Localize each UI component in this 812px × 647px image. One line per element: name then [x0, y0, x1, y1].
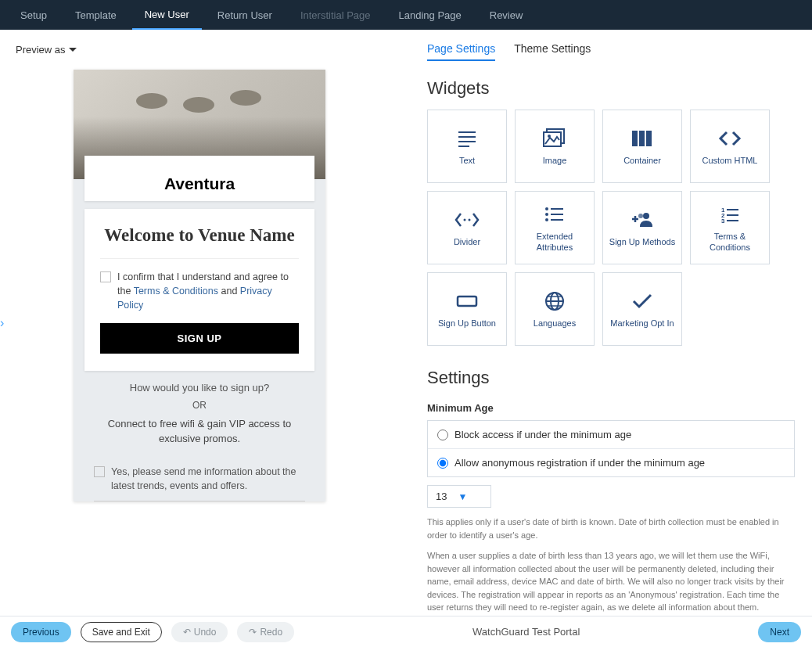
- optin-text: Yes, please send me information about th…: [111, 465, 305, 493]
- consent-checkbox-row[interactable]: I confirm that I understand and agree to…: [100, 270, 299, 312]
- nav-new-user[interactable]: New User: [132, 0, 202, 30]
- check-icon: [631, 289, 653, 314]
- nav-review[interactable]: Review: [477, 0, 536, 30]
- footer-bar: Previous Save and Exit ↶Undo ↷Redo Watch…: [0, 616, 812, 647]
- preview-as-dropdown[interactable]: Preview as: [16, 44, 383, 56]
- previous-button[interactable]: Previous: [11, 622, 71, 642]
- consent-checkbox[interactable]: [100, 271, 111, 282]
- widget-custom-html[interactable]: Custom HTML: [690, 110, 770, 183]
- image-icon: [543, 126, 566, 151]
- container-icon: [631, 126, 653, 151]
- divider-icon: [454, 207, 480, 232]
- radio-block-access-input[interactable]: [437, 430, 448, 440]
- signup-methods-icon: [631, 207, 654, 232]
- svg-point-11: [469, 219, 471, 221]
- nav-return-user[interactable]: Return User: [205, 0, 285, 30]
- svg-rect-8: [639, 131, 645, 146]
- radio-allow-anonymous[interactable]: Allow anonymous registration if under th…: [428, 448, 794, 476]
- undo-button[interactable]: ↶Undo: [171, 622, 228, 642]
- consent-text: I confirm that I understand and agree to…: [117, 270, 299, 312]
- chevron-down-icon: ▼: [458, 491, 467, 502]
- chevron-down-icon: [69, 48, 77, 52]
- svg-rect-28: [458, 297, 476, 306]
- svg-rect-9: [646, 131, 652, 146]
- portal-name: WatchGuard Test Portal: [304, 626, 749, 638]
- svg-point-12: [545, 207, 548, 210]
- svg-point-18: [643, 213, 649, 219]
- preview-as-label: Preview as: [16, 44, 66, 56]
- svg-point-10: [464, 219, 466, 221]
- top-nav: Setup Template New User Return User Inte…: [0, 0, 812, 30]
- list-icon: [544, 202, 565, 227]
- terms-icon: 123: [720, 202, 740, 227]
- divider-line: [94, 501, 305, 501]
- widget-divider[interactable]: Divider: [427, 191, 507, 264]
- phone-preview: Aventura Welcome to Venue Name I confirm…: [74, 70, 325, 501]
- minimum-age-label: Minimum Age: [427, 402, 795, 414]
- svg-text:3: 3: [721, 217, 725, 223]
- helper-text: This applies only if a user's date of bi…: [427, 516, 795, 614]
- widget-image[interactable]: Image: [515, 110, 595, 183]
- radio-block-access[interactable]: Block access if under the minimum age: [428, 421, 794, 448]
- widget-languages[interactable]: Languages: [515, 272, 595, 346]
- code-icon: [717, 126, 742, 151]
- tab-page-settings[interactable]: Page Settings: [427, 42, 495, 61]
- widget-signup-button[interactable]: Sign Up Button: [427, 272, 507, 346]
- nav-landing[interactable]: Landing Page: [386, 0, 474, 30]
- signup-button[interactable]: SIGN UP: [100, 323, 299, 354]
- widgets-grid: Text Image Container Custom HTML: [427, 110, 795, 346]
- terms-link[interactable]: Terms & Conditions: [134, 286, 218, 297]
- minimum-age-select[interactable]: 13 ▼: [427, 485, 491, 508]
- brand-name: Aventura: [84, 174, 314, 193]
- tab-theme-settings[interactable]: Theme Settings: [514, 42, 591, 61]
- welcome-title: Welcome to Venue Name: [100, 223, 299, 259]
- text-icon: [457, 126, 477, 151]
- svg-point-13: [545, 213, 548, 216]
- redo-button[interactable]: ↷Redo: [237, 622, 294, 642]
- globe-icon: [544, 289, 565, 314]
- svg-rect-7: [632, 131, 638, 146]
- welcome-card: Welcome to Venue Name I confirm that I u…: [84, 209, 314, 371]
- settings-heading: Settings: [427, 368, 795, 388]
- settings-tabs: Page Settings Theme Settings: [427, 42, 795, 61]
- widget-terms[interactable]: 123 Terms & Conditions: [690, 191, 770, 264]
- redo-icon: ↷: [249, 627, 257, 638]
- widget-text[interactable]: Text: [427, 110, 507, 183]
- radio-allow-anonymous-input[interactable]: [437, 458, 448, 469]
- panel-expand-handle[interactable]: ›: [0, 316, 4, 330]
- or-separator: OR: [74, 400, 325, 411]
- svg-point-6: [548, 135, 551, 138]
- widget-extended-attributes[interactable]: Extended Attributes: [515, 191, 595, 264]
- minimum-age-radio-group: Block access if under the minimum age Al…: [427, 420, 795, 477]
- widget-container[interactable]: Container: [602, 110, 682, 183]
- nav-template[interactable]: Template: [63, 0, 129, 30]
- age-value: 13: [436, 491, 447, 502]
- next-button[interactable]: Next: [758, 622, 801, 642]
- svg-point-19: [638, 214, 643, 218]
- optin-checkbox[interactable]: [94, 466, 105, 477]
- nav-interstitial[interactable]: Interstitial Page: [288, 0, 383, 30]
- button-icon: [456, 289, 478, 314]
- signup-question: How would you like to sign up?: [84, 382, 314, 394]
- wifi-message: Connect to free wifi & gain VIP access t…: [94, 417, 305, 445]
- settings-panel: Page Settings Theme Settings Widgets Tex…: [422, 30, 812, 616]
- brand-card: Aventura: [84, 156, 314, 201]
- widget-signup-methods[interactable]: Sign Up Methods: [602, 191, 682, 264]
- preview-panel: › Preview as Aventura Welcome to Venue N…: [0, 30, 422, 616]
- widget-marketing-optin[interactable]: Marketing Opt In: [602, 272, 682, 346]
- nav-setup[interactable]: Setup: [8, 0, 59, 30]
- save-exit-button[interactable]: Save and Exit: [81, 622, 162, 642]
- widgets-heading: Widgets: [427, 78, 795, 99]
- svg-point-14: [545, 218, 548, 221]
- undo-icon: ↶: [183, 627, 191, 638]
- marketing-optin-row[interactable]: Yes, please send me information about th…: [94, 465, 305, 493]
